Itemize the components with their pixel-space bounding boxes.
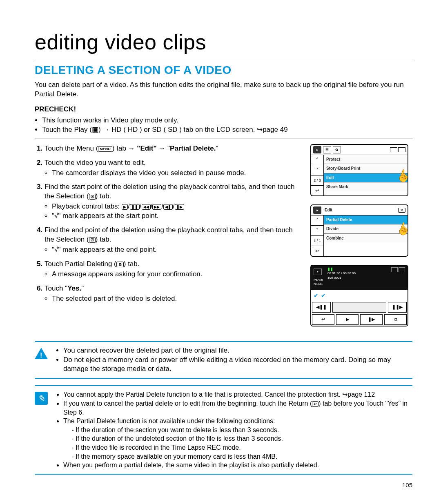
ff-key-icon: ▶▶ xyxy=(152,204,161,210)
substep: The camcorder displays the video you sel… xyxy=(52,169,303,178)
return-button: ↩ xyxy=(311,186,323,195)
note-item: The Partial Delete function is not avail… xyxy=(63,417,412,461)
menu-item: Protect xyxy=(324,155,408,164)
precheck-list: This function works in Video play mode o… xyxy=(35,116,412,135)
return-key-icon: ↩ xyxy=(312,401,318,407)
substep: "√" mark appears at the start point. xyxy=(52,211,303,221)
warning-icon xyxy=(35,348,48,359)
manual-page: editing video clips DELETING A SECTION O… xyxy=(0,0,441,502)
prev-frame-button: ◀❚❚ xyxy=(312,302,331,313)
page-number: 105 xyxy=(35,481,412,489)
rew-key-icon: ◀◀ xyxy=(142,204,151,210)
note-subitem: If the duration of the section you want … xyxy=(76,426,412,435)
up-button: ˄ xyxy=(311,215,323,226)
lcd-edit-screen: ▸ Edit ✕ ˄ ˅ 1 / 1 ↩ Partial Delete Divi… xyxy=(310,204,408,257)
substep: "√" mark appears at the end point. xyxy=(52,245,303,255)
partial-delete-button: ⧉ xyxy=(384,314,407,325)
selection-key-icon: ☑ xyxy=(89,237,96,243)
file-label: 100-0001 xyxy=(327,276,389,280)
note-icon: ✎ xyxy=(35,392,48,405)
menu-list: Protect Story-Board Print Edit Share Mar… xyxy=(324,155,408,195)
down-button: ˅ xyxy=(311,165,323,175)
screen-title: Edit xyxy=(325,207,332,213)
play-mode-icon: ▸ xyxy=(313,206,321,214)
substep: A message appears asking for your confir… xyxy=(52,270,303,279)
intro-paragraph: You can delete part of a video. As this … xyxy=(35,80,412,99)
close-icon: ✕ xyxy=(398,208,405,213)
note-item: When you perform a partial delete, the s… xyxy=(63,461,412,470)
play-key-icon: ▶ xyxy=(122,204,128,210)
settings-icon: ✿ xyxy=(333,146,341,153)
next-key-icon: ❚▶ xyxy=(175,204,184,210)
spacer xyxy=(332,302,387,313)
selection-key-icon: ☑ xyxy=(89,194,96,200)
pause-key-icon: ❚❚ xyxy=(130,204,140,210)
precheck-item: This function works in Video play mode o… xyxy=(42,116,412,125)
step-button: ❚▶ xyxy=(360,314,383,325)
return-button: ↩ xyxy=(311,246,323,256)
step: Touch "Yes." The selected part of the vi… xyxy=(45,284,303,304)
time-label: 00:01:30 / 00:30:00 xyxy=(327,271,389,276)
warning-callout: You cannot recover the deleted part of t… xyxy=(35,341,412,379)
warning-item: Do not eject a memory card or power off … xyxy=(63,355,412,374)
down-button: ˅ xyxy=(311,226,323,236)
check-mark-icon: ✔ xyxy=(321,292,326,300)
note-item: If you want to cancel the partial delete… xyxy=(63,399,412,417)
steps-list: Touch the Menu (MENU) tab → "Edit" → "Pa… xyxy=(35,144,303,304)
precheck-label: PRECHECK! xyxy=(35,105,412,114)
step: Touch the video you want to edit. The ca… xyxy=(45,158,303,178)
section-heading: DELETING A SECTION OF A VIDEO xyxy=(35,62,412,78)
note-subitem: If the video file is recorded in the Tim… xyxy=(76,443,412,452)
check-mark-icon: ✔ xyxy=(314,292,318,300)
note-subitem: If the memory space available on your me… xyxy=(76,452,412,461)
warning-item: You cannot recover the deleted part of t… xyxy=(63,346,412,355)
play-mode-icon: ▸ xyxy=(314,269,322,275)
divider xyxy=(35,138,412,138)
return-button: ↩ xyxy=(312,314,334,325)
note-item: You cannot apply the Partial Delete func… xyxy=(63,390,412,399)
step: Touch Partial Deleting (⧉) tab. A messag… xyxy=(45,260,303,279)
step: Touch the Menu (MENU) tab → "Edit" → "Pa… xyxy=(45,144,303,153)
menu-item-selected: Partial Delete xyxy=(324,215,408,225)
menu-item: Combine xyxy=(324,234,408,243)
up-button: ˄ xyxy=(311,155,323,165)
partial-delete-key-icon: ⧉ xyxy=(116,262,124,267)
play-button: ▶ xyxy=(336,314,359,325)
note-subitem: If the duration of the undeleted section… xyxy=(76,434,412,443)
pager-label: 2 / 3 xyxy=(311,175,323,186)
step: Find the end point of the deletion using… xyxy=(45,226,303,255)
list-icon: ☰ xyxy=(323,146,331,153)
prev-key-icon: ◀❚ xyxy=(163,204,173,210)
note-callout: ✎ You cannot apply the Partial Delete fu… xyxy=(35,385,412,474)
substep: The selected part of the video is delete… xyxy=(52,294,303,304)
menu-item: Story-Board Print xyxy=(324,164,408,173)
menu-key-icon: MENU xyxy=(98,146,112,152)
marker-row: ✔✔ xyxy=(311,290,408,301)
play-mode-icon: ▸ xyxy=(313,146,321,153)
substep: Playback control tabs: ▶/❚❚/◀◀/▶▶/◀❚/❚▶ xyxy=(52,202,303,211)
status-icons xyxy=(390,147,405,152)
menu-item: Share Mark xyxy=(324,182,408,191)
precheck-item: Touch the Play (▣) → HD ( HD ) or SD ( S… xyxy=(42,125,412,135)
mode-label: Partial Divide xyxy=(314,278,325,287)
pause-indicator-icon: ❚❚ xyxy=(327,267,389,272)
next-frame-button: ❚❚▶ xyxy=(388,302,407,313)
lcd-menu-screen: ▸ ☰ ✿ ˄ ˅ 2 / 3 ↩ Protect Story-Board Pr… xyxy=(310,144,408,196)
step: Find the start point of the deletion usi… xyxy=(45,182,303,221)
chapter-title: editing video clips xyxy=(35,28,412,59)
pager-label: 1 / 1 xyxy=(311,236,323,246)
lcd-playback-screen: ▸ Partial Divide ❚❚ 00:01:30 / 00:30:00 … xyxy=(310,265,408,326)
